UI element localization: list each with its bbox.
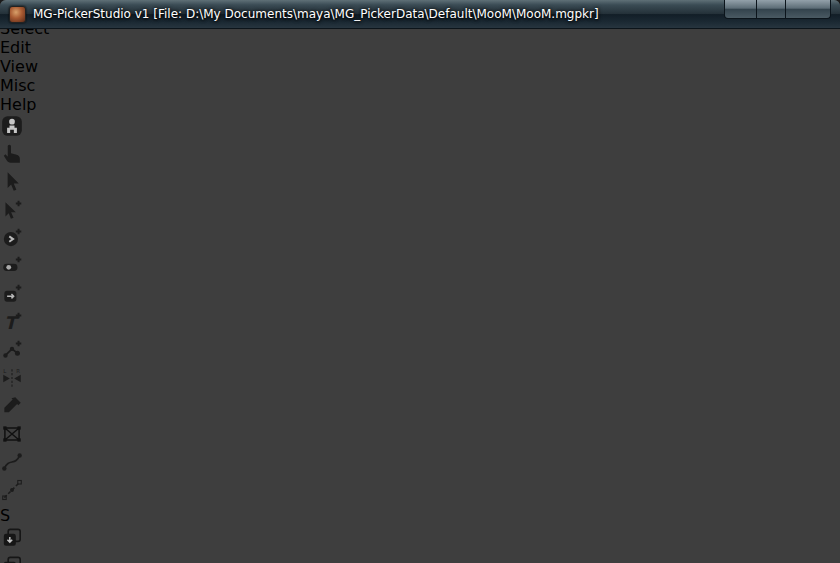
maximize-button[interactable] xyxy=(757,0,786,19)
menu-edit[interactable]: Edit xyxy=(0,38,840,57)
select-tool-icon[interactable] xyxy=(0,170,840,198)
minimize-button[interactable] xyxy=(724,0,757,19)
hand-tool-icon[interactable] xyxy=(0,142,840,170)
app-icon[interactable] xyxy=(9,6,26,23)
add-checkbox-tool-icon[interactable] xyxy=(0,282,840,310)
svg-text:R: R xyxy=(16,368,20,374)
add-slider-tool-icon[interactable] xyxy=(0,254,840,282)
script-button-tool-icon[interactable]: S xyxy=(0,506,840,525)
add-command-button-tool-icon[interactable] xyxy=(0,226,840,254)
menu-view[interactable]: View xyxy=(0,57,840,76)
copy-right-icon[interactable] xyxy=(0,553,840,563)
toolbar: T LR S xyxy=(0,114,840,563)
copy-down-icon[interactable] xyxy=(0,525,840,553)
transform-tool-icon[interactable] xyxy=(0,422,840,450)
window-title: MG-PickerStudio v1 [File: D:\My Document… xyxy=(33,0,599,29)
dashed-curve-tool-icon[interactable] xyxy=(0,478,840,506)
menu-misc[interactable]: Misc xyxy=(0,76,840,95)
curve-tool-icon[interactable] xyxy=(0,450,840,478)
title-bar[interactable]: MG-PickerStudio v1 [File: D:\My Document… xyxy=(0,0,840,29)
add-select-button-tool-icon[interactable] xyxy=(0,198,840,226)
add-text-tool-icon[interactable]: T xyxy=(0,310,840,338)
app-window: MG-PickerStudio v1 [File: D:\My Document… xyxy=(0,0,840,563)
svg-text:L: L xyxy=(3,368,6,374)
menu-help[interactable]: Help xyxy=(0,95,840,114)
color-picker-tool-icon[interactable] xyxy=(0,394,840,422)
add-pose-button-tool-icon[interactable] xyxy=(0,338,840,366)
close-button[interactable] xyxy=(786,0,831,19)
mirror-lr-tool-icon[interactable]: LR xyxy=(0,366,840,394)
character-picker-tool-icon[interactable] xyxy=(0,114,840,142)
